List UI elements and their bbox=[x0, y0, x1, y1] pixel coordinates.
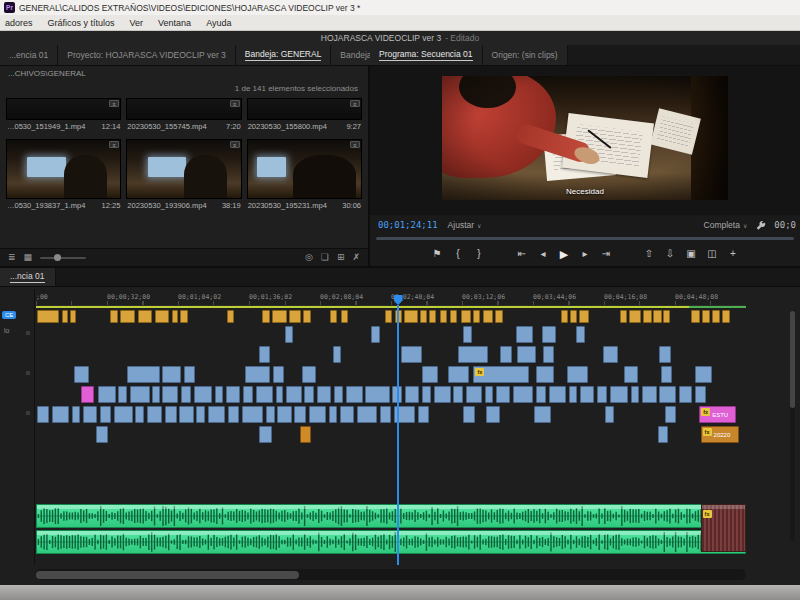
caption-clip[interactable] bbox=[570, 310, 577, 323]
caption-clip[interactable] bbox=[155, 310, 170, 323]
timeline-clip[interactable] bbox=[135, 406, 144, 423]
timeline-clip[interactable] bbox=[458, 346, 488, 363]
caption-clip[interactable] bbox=[385, 310, 392, 323]
caption-track-badge[interactable]: CE bbox=[2, 311, 16, 319]
timeline-clip[interactable] bbox=[162, 386, 178, 403]
timeline-clip[interactable] bbox=[147, 406, 163, 423]
timeline-clip[interactable] bbox=[695, 366, 712, 383]
timeline-clip[interactable] bbox=[83, 406, 97, 423]
panel-tab[interactable]: Proyecto: HOJARASCA VIDEOCLIP ver 3 bbox=[58, 45, 236, 65]
timeline-clip[interactable] bbox=[418, 406, 429, 423]
timeline-clip[interactable] bbox=[610, 386, 628, 403]
icon-view-icon[interactable]: ▦ bbox=[24, 253, 33, 262]
lift-icon[interactable]: ⇧ bbox=[643, 249, 656, 259]
track-toggle-icon[interactable] bbox=[26, 371, 30, 375]
timeline-clip[interactable] bbox=[37, 406, 48, 423]
timeline-clip[interactable] bbox=[534, 406, 551, 423]
timeline-clip[interactable] bbox=[302, 366, 316, 383]
timeline-tab[interactable]: ...ncia 01 bbox=[0, 268, 56, 286]
caption-clip[interactable] bbox=[643, 310, 652, 323]
timeline-clip[interactable] bbox=[52, 406, 69, 423]
timeline-clip[interactable] bbox=[536, 366, 554, 383]
horizontal-scrollbar-handle[interactable] bbox=[36, 571, 299, 579]
timeline-clip[interactable] bbox=[273, 366, 284, 383]
timeline-clip[interactable] bbox=[401, 346, 422, 363]
timeline-clip[interactable] bbox=[162, 366, 180, 383]
comparison-view-icon[interactable]: ◫ bbox=[706, 249, 719, 259]
timeline-clip[interactable] bbox=[665, 406, 676, 423]
timeline-horizontal-scrollbar[interactable] bbox=[36, 569, 746, 580]
timeline-clip[interactable] bbox=[346, 386, 363, 403]
timeline-clip[interactable] bbox=[309, 406, 326, 423]
playback-resolution-select[interactable]: Completa ∨ bbox=[704, 220, 748, 230]
timeline-clip[interactable] bbox=[536, 386, 546, 403]
caption-clip[interactable] bbox=[483, 310, 493, 323]
caption-clip[interactable] bbox=[722, 310, 731, 323]
timeline-clip[interactable] bbox=[334, 386, 343, 403]
timeline-clip[interactable] bbox=[333, 346, 342, 363]
panel-tab[interactable]: ...encia 01 bbox=[0, 45, 58, 65]
timeline-clip[interactable] bbox=[631, 386, 640, 403]
add-marker-icon[interactable]: ⚑ bbox=[431, 249, 444, 259]
caption-clip[interactable] bbox=[702, 310, 711, 323]
timeline-clip[interactable] bbox=[72, 406, 81, 423]
caption-clip[interactable] bbox=[712, 310, 721, 323]
timeline-clip[interactable] bbox=[329, 406, 338, 423]
menu-item[interactable]: Ver bbox=[130, 18, 144, 28]
timeline-clip[interactable] bbox=[300, 426, 311, 443]
timeline-clip[interactable] bbox=[127, 366, 160, 383]
delete-icon[interactable]: ✗ bbox=[352, 253, 360, 262]
export-frame-icon[interactable]: ▣ bbox=[685, 249, 698, 259]
timeline-clip[interactable] bbox=[276, 386, 283, 403]
time-ruler[interactable]: ;0000;00;32;0000;01;04;0200;01;36;0200;0… bbox=[36, 289, 746, 306]
caption-clip[interactable] bbox=[440, 310, 447, 323]
step-forward-icon[interactable]: ▸ bbox=[579, 249, 592, 259]
timeline-clip[interactable] bbox=[96, 426, 109, 443]
timeline-clip[interactable] bbox=[659, 386, 676, 403]
timeline-clip[interactable] bbox=[277, 406, 291, 423]
timeline-clip[interactable] bbox=[380, 406, 391, 423]
zoom-level-select[interactable]: Ajustar ∨ bbox=[448, 220, 482, 230]
timeline-clip[interactable] bbox=[543, 346, 554, 363]
timeline-clip[interactable] bbox=[152, 386, 159, 403]
timeline-clip[interactable] bbox=[576, 326, 585, 343]
audio-track-1[interactable] bbox=[36, 504, 746, 528]
caption-clip[interactable] bbox=[420, 310, 427, 323]
project-item[interactable]: ≡…0530_151949_1.mp412:14 bbox=[6, 98, 121, 131]
new-item-icon[interactable]: ⊞ bbox=[337, 253, 345, 262]
video-preview[interactable]: Necesidad bbox=[442, 76, 728, 200]
project-item[interactable]: ≡20230530_155745.mp47:20 bbox=[126, 98, 241, 131]
menu-item[interactable]: Ventana bbox=[158, 18, 191, 28]
timeline-clip[interactable] bbox=[81, 386, 94, 403]
timeline-clip[interactable] bbox=[422, 366, 438, 383]
step-back-icon[interactable]: ◂ bbox=[537, 249, 550, 259]
timeline-clip[interactable] bbox=[371, 326, 380, 343]
caption-clip[interactable] bbox=[62, 310, 68, 323]
caption-clip[interactable] bbox=[629, 310, 641, 323]
button-editor-icon[interactable]: + bbox=[727, 249, 740, 259]
timeline-clip[interactable] bbox=[422, 386, 431, 403]
project-item[interactable]: ≡20230530_193906.mp438:19 bbox=[126, 139, 241, 210]
audio-clip-right[interactable]: fx bbox=[701, 504, 746, 552]
mark-out-icon[interactable]: } bbox=[473, 249, 486, 259]
zoom-slider-knob[interactable] bbox=[54, 254, 61, 261]
timeline-clip[interactable] bbox=[549, 386, 566, 403]
timeline-clip[interactable] bbox=[266, 406, 275, 423]
timeline-clip[interactable] bbox=[245, 366, 271, 383]
caption-clip[interactable] bbox=[663, 310, 670, 323]
timeline-clip[interactable] bbox=[317, 386, 331, 403]
caption-clip[interactable] bbox=[404, 310, 417, 323]
timeline-clip[interactable] bbox=[642, 386, 656, 403]
timeline-clip[interactable] bbox=[405, 386, 419, 403]
project-item[interactable]: ≡20230530_195231.mp430:06 bbox=[247, 139, 362, 210]
caption-clip[interactable] bbox=[120, 310, 135, 323]
timeline-clip[interactable] bbox=[98, 386, 115, 403]
timeline-clip[interactable] bbox=[259, 426, 272, 443]
caption-clip[interactable] bbox=[579, 310, 589, 323]
timeline-clip[interactable] bbox=[580, 386, 594, 403]
project-item[interactable]: ≡20230530_155800.mp49:27 bbox=[247, 98, 362, 131]
caption-clip[interactable] bbox=[70, 310, 76, 323]
timeline-clip[interactable] bbox=[659, 346, 670, 363]
caption-clip[interactable] bbox=[561, 310, 568, 323]
timeline-clip[interactable]: fx bbox=[473, 366, 528, 383]
